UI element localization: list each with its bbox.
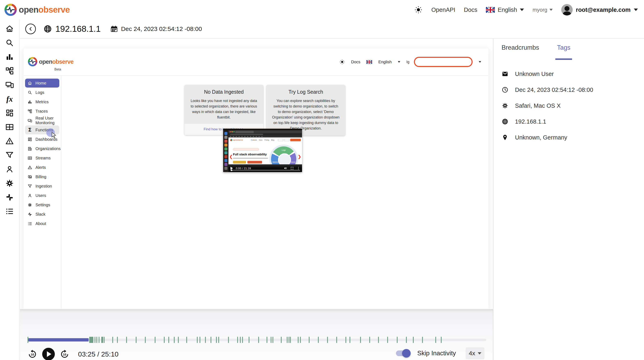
replay-menu-organizations[interactable]: Organizations (25, 144, 59, 153)
timeline-event-tick (101, 337, 103, 343)
tab-breadcrumbs[interactable]: Breadcrumbs (502, 44, 539, 60)
dock-app-icon (224, 132, 228, 135)
replay-menu-metrics[interactable]: Metrics (25, 97, 59, 106)
rail-item-traces[interactable] (0, 64, 19, 78)
traces-icon (28, 109, 32, 114)
observability-donut-diagram: Logs Metrics Traces (271, 146, 296, 164)
tag-row: Safari, Mac OS X (502, 102, 644, 109)
globe-icon (502, 118, 508, 125)
timeline-event-tick (112, 337, 113, 343)
play-button[interactable] (42, 348, 55, 360)
rail-item-streams[interactable] (0, 120, 19, 134)
panel-tabs: Breadcrumbs Tags (502, 44, 644, 60)
dock-app-icon (224, 136, 228, 139)
chevron-down-icon (634, 8, 638, 11)
replay-menu-streams[interactable]: Streams (25, 154, 59, 162)
rewind-10-button[interactable]: 10 (28, 349, 37, 359)
video-play-icon[interactable] (230, 167, 233, 170)
tag-value: Unknown, Germany (515, 134, 567, 141)
replay-menu-traces[interactable]: Traces (25, 107, 59, 116)
openapi-link[interactable]: OpenAPI (431, 6, 455, 13)
speed-value: 4x (469, 350, 475, 357)
player-strip: 10 10 03:25 / 25:10 Skip Inactivity 4x (20, 309, 493, 360)
rail-item-slack[interactable] (0, 190, 19, 204)
rail-item-users[interactable] (0, 162, 19, 176)
docs-link[interactable]: Docs (464, 6, 477, 13)
header-actions: OpenAPI Docs English myorg root@example.… (414, 0, 638, 19)
rail-item-logs[interactable] (0, 36, 19, 50)
replay-menu-home[interactable]: Home (25, 79, 59, 87)
replay-menu-label: Metrics (36, 100, 48, 104)
video-progress-bar[interactable] (230, 170, 300, 171)
fullscreen-icon[interactable] (290, 167, 294, 170)
globe-icon (43, 24, 52, 33)
tab-tags[interactable]: Tags (557, 44, 570, 60)
volume-icon[interactable] (284, 167, 287, 170)
forward-10-button[interactable]: 10 (60, 349, 70, 359)
timeline-event-tick (145, 337, 146, 343)
session-toolbar: 192.168.1.1 Dec 24, 2023 02:54:12 -08:00 (20, 19, 644, 39)
organization-label: myorg (532, 7, 547, 13)
back-button[interactable] (25, 24, 36, 34)
slack-icon (28, 212, 32, 217)
rail-item-about[interactable] (0, 204, 19, 218)
replay-menu-logs[interactable]: Logs (25, 88, 59, 97)
organization-selector[interactable]: myorg (532, 7, 552, 13)
traffic-light-close-icon (230, 131, 231, 132)
language-selector[interactable]: English (486, 6, 524, 13)
rum-icon (28, 118, 32, 123)
card-body: You can explore search capbilities by sw… (272, 98, 340, 131)
ingestion-icon (5, 151, 14, 160)
rail-item-dashboards[interactable] (0, 106, 19, 120)
skip-inactivity-toggle[interactable] (396, 351, 410, 356)
timeline-event-tick (210, 337, 211, 343)
timeline-event-tick (117, 337, 118, 343)
tag-row: Unknown User (502, 70, 644, 77)
timeline-event-tick (99, 337, 100, 343)
timeline-event-tick (327, 337, 328, 343)
rail-item-home[interactable] (0, 21, 19, 36)
theme-brightness-icon[interactable] (414, 5, 423, 14)
timeline-event-tick (28, 337, 28, 343)
rail-item-alerts[interactable] (0, 134, 19, 148)
chevron-down-icon (520, 8, 524, 11)
timeline-event-tick (272, 337, 273, 343)
dock-app-icon (224, 147, 228, 150)
replay-org-clipped-text: Ig (406, 60, 410, 64)
replay-menu-label: Streams (36, 156, 50, 160)
replay-menu-billing[interactable]: Billing (25, 172, 59, 181)
theme-brightness-icon (339, 59, 345, 65)
replay-menu-label: Settings (36, 203, 50, 207)
replay-menu-slack[interactable]: Slack (25, 210, 59, 219)
replay-menu-ingestion[interactable]: Ingestion (25, 182, 59, 191)
video-time: 0:00 / 21:28 (236, 167, 251, 170)
timeline-event-tick (249, 337, 250, 343)
rail-item-metrics[interactable] (0, 50, 19, 64)
timeline-event-tick (258, 337, 259, 343)
replay-menu-users[interactable]: Users (25, 191, 59, 200)
rail-item-settings[interactable] (0, 176, 19, 190)
tag-value: Unknown User (515, 71, 554, 77)
traces-icon (5, 66, 14, 75)
replay-menu-about[interactable]: About (25, 219, 59, 228)
dock-app-icon (224, 155, 228, 158)
replay-menu-alerts[interactable]: Alerts (25, 163, 59, 172)
rail-item-real-user-monitoring[interactable] (0, 78, 19, 92)
video-menu-icon[interactable]: ⋮ (297, 166, 300, 170)
playback-options: Skip Inactivity 4x (396, 347, 484, 359)
intro-video-player[interactable]: openobserve FeaturesDocsPricingBlog Full… (223, 129, 302, 172)
replay-menu-label: Home (36, 81, 46, 85)
ingestion-icon (28, 184, 32, 189)
rail-item-ingestion[interactable] (0, 148, 19, 162)
replay-menu-settings[interactable]: Settings (25, 200, 59, 209)
donut-label-logs: Logs (282, 149, 286, 151)
replay-menu-real-user-monitoring[interactable]: Real User Monitoring (25, 116, 59, 125)
dashboards-icon (5, 108, 14, 117)
rail-item-functions[interactable]: fx (0, 92, 19, 106)
alerts-icon (28, 165, 32, 170)
playback-timeline[interactable] (28, 337, 486, 343)
video-browser-addressbar (228, 133, 302, 136)
speed-selector[interactable]: 4x (466, 347, 484, 359)
video-body: openobserve FeaturesDocsPricingBlog Full… (223, 130, 302, 172)
account-menu[interactable]: root@example.com (561, 4, 638, 15)
